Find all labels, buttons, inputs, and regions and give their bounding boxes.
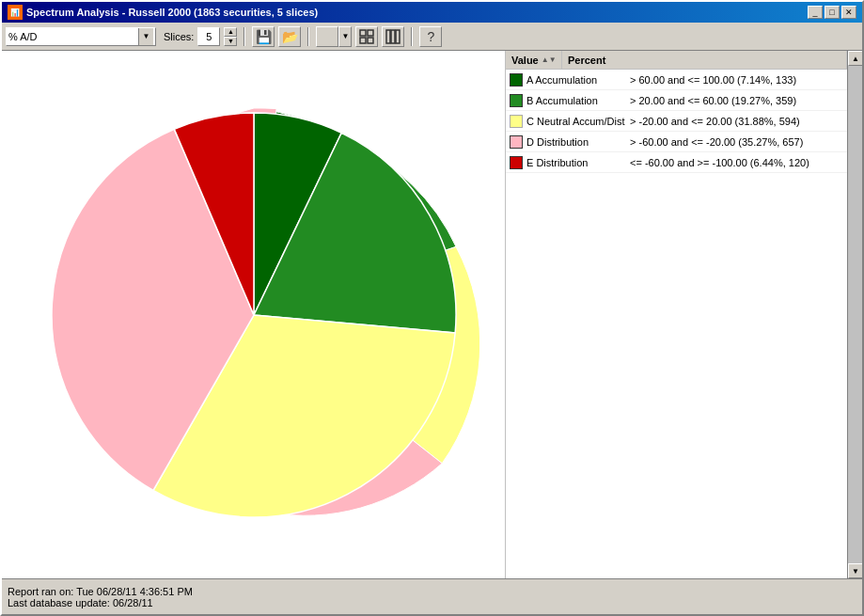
title-bar-left: 📊 Spectrum Analysis - Russell 2000 (1863… xyxy=(8,5,318,20)
swatch-d xyxy=(510,135,523,149)
legend-name-a: A Accumulation xyxy=(526,74,630,86)
toolbar-separator-3 xyxy=(411,27,413,46)
chart-area xyxy=(2,51,505,578)
legend-name-c: C Neutral Accum/Dist xyxy=(526,116,630,127)
swatch-c xyxy=(510,115,523,128)
toolbar: % A/D ▼ Slices: ▲ ▼ 💾 📂 ▼ xyxy=(2,23,862,51)
help-button[interactable]: ? xyxy=(419,26,442,47)
close-button[interactable]: ✕ xyxy=(841,6,856,19)
sort-icon[interactable]: ▲▼ xyxy=(542,55,557,64)
dropdown-value: % A/D xyxy=(8,31,138,42)
chart-button[interactable] xyxy=(316,26,338,47)
legend-area: Value ▲▼ Percent A Accumulation > 60.00 … xyxy=(505,51,847,578)
legend-value-b: > 20.00 and <= 60.00 (19.27%, 359) xyxy=(630,95,843,106)
status-line1: Report ran on: Tue 06/28/11 4:36:51 PM xyxy=(8,586,856,597)
maximize-button[interactable]: □ xyxy=(825,6,840,19)
legend-value-c: > -20.00 and <= 20.00 (31.88%, 594) xyxy=(630,116,843,127)
pie-chart-final xyxy=(28,89,479,541)
svg-rect-2 xyxy=(368,30,373,36)
svg-rect-4 xyxy=(368,38,373,43)
status-line2: Last database update: 06/28/11 xyxy=(8,597,856,608)
spin-up-button[interactable]: ▲ xyxy=(224,27,237,37)
minimize-button[interactable]: _ xyxy=(808,6,823,19)
window-title: Spectrum Analysis - Russell 2000 (1863 s… xyxy=(26,7,318,18)
svg-rect-5 xyxy=(386,30,390,43)
main-content: Value ▲▼ Percent A Accumulation > 60.00 … xyxy=(2,51,862,578)
legend-panel: Value ▲▼ Percent A Accumulation > 60.00 … xyxy=(505,51,862,578)
main-window: 📊 Spectrum Analysis - Russell 2000 (1863… xyxy=(0,0,864,616)
svg-rect-3 xyxy=(360,38,366,43)
save-button[interactable]: 💾 xyxy=(252,26,275,47)
svg-rect-1 xyxy=(360,30,366,36)
legend-value-a: > 60.00 and <= 100.00 (7.14%, 133) xyxy=(630,74,843,86)
legend-rows: A Accumulation > 60.00 and <= 100.00 (7.… xyxy=(506,70,847,578)
swatch-b xyxy=(510,94,523,107)
open-button[interactable]: 📂 xyxy=(278,26,301,47)
status-bar: Report ran on: Tue 06/28/11 4:36:51 PM L… xyxy=(2,578,862,614)
scroll-down-button[interactable]: ▼ xyxy=(848,563,862,578)
svg-rect-7 xyxy=(396,30,400,43)
chart-dropdown-button[interactable]: ▼ xyxy=(338,26,352,47)
spin-down-button[interactable]: ▼ xyxy=(224,37,237,46)
swatch-e xyxy=(510,156,523,169)
indicator-dropdown[interactable]: % A/D ▼ xyxy=(6,27,156,46)
legend-row-c: C Neutral Accum/Dist > -20.00 and <= 20.… xyxy=(506,111,847,132)
value-label: Value xyxy=(511,55,539,66)
legend-row-a: A Accumulation > 60.00 and <= 100.00 (7.… xyxy=(506,70,847,90)
legend-value-e: <= -60.00 and >= -100.00 (6.44%, 120) xyxy=(630,157,843,168)
legend-row-e: E Distribution <= -60.00 and >= -100.00 … xyxy=(506,152,847,173)
title-bar: 📊 Spectrum Analysis - Russell 2000 (1863… xyxy=(2,2,862,23)
dropdown-arrow-icon[interactable]: ▼ xyxy=(138,28,153,45)
legend-name-b: B Accumulation xyxy=(526,95,630,106)
vertical-scrollbar: ▲ ▼ xyxy=(847,51,862,578)
scroll-up-button[interactable]: ▲ xyxy=(848,51,862,66)
slices-spinner[interactable]: ▲ ▼ xyxy=(224,27,237,46)
grid-button[interactable] xyxy=(355,26,378,47)
legend-header: Value ▲▼ Percent xyxy=(506,51,847,70)
scroll-track[interactable] xyxy=(848,66,862,563)
pie-chart xyxy=(28,89,479,541)
legend-row-b: B Accumulation > 20.00 and <= 60.00 (19.… xyxy=(506,90,847,111)
legend-name-d: D Distribution xyxy=(526,136,630,148)
columns-button[interactable] xyxy=(382,26,404,47)
legend-name-e: E Distribution xyxy=(526,157,630,168)
legend-value-d: > -60.00 and <= -20.00 (35.27%, 657) xyxy=(630,136,843,148)
legend-row-d: D Distribution > -60.00 and <= -20.00 (3… xyxy=(506,132,847,152)
toolbar-separator-2 xyxy=(307,27,309,46)
percent-label: Percent xyxy=(568,55,605,66)
svg-rect-6 xyxy=(391,30,395,43)
slices-label: Slices: xyxy=(164,31,194,42)
slices-input[interactable] xyxy=(197,27,220,46)
title-buttons: _ □ ✕ xyxy=(808,6,856,19)
legend-col-value-header: Value ▲▼ xyxy=(506,51,562,69)
swatch-a xyxy=(510,73,523,87)
toolbar-separator-1 xyxy=(243,27,245,46)
app-icon: 📊 xyxy=(8,5,23,20)
legend-col-percent-header: Percent xyxy=(562,51,847,69)
